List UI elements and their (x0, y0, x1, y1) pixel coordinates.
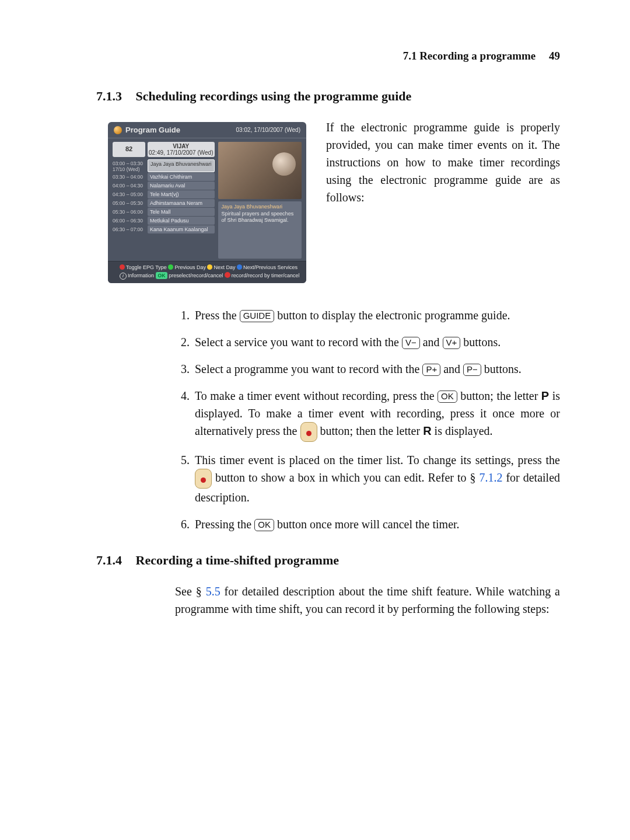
programme-description: Jaya Jaya Bhuvaneshwari Spiritual prayer… (218, 201, 302, 259)
channel-number: 82 (113, 142, 145, 157)
ref-7-1-2-link[interactable]: 7.1.2 (479, 471, 502, 484)
epg-time: 06:00 – 06:30 (113, 217, 145, 225)
epg-programme: Tele Mart(vj) (148, 190, 215, 198)
header-page-number: 49 (549, 50, 560, 62)
manual-page: 7.1 Recording a programme 49 7.1.3 Sched… (0, 0, 630, 840)
yellow-dot-icon (207, 264, 212, 270)
epg-time: 04:30 – 05:00 (113, 190, 145, 198)
step-1: Press the GUIDE button to display the el… (192, 306, 560, 324)
blue-dot-icon (237, 264, 242, 270)
section-number: 7.1.4 (96, 553, 132, 568)
epg-titlebar: Program Guide 03:02, 17/10/2007 (Wed) (108, 122, 306, 138)
info-icon: i (120, 273, 127, 280)
epg-row: 06:00 – 06:30Metlukal Padusu (113, 217, 215, 225)
record-button-icon (195, 469, 212, 489)
section-number: 7.1.3 (96, 89, 132, 104)
epg-time: 03:30 – 04:00 (113, 173, 145, 181)
epg-time: 06:30 – 07:00 (113, 225, 145, 233)
epg-screenshot: Program Guide 03:02, 17/10/2007 (Wed) 82… (108, 122, 312, 283)
step-3: Select a programme you want to record wi… (192, 360, 560, 378)
p-plus-key: P+ (422, 364, 440, 376)
epg-programme: Nalamariu Aval (148, 182, 215, 190)
ok-pill: OK (156, 272, 168, 280)
epg-footer: Toggle EPG Type Previous Day Next Day Ne… (108, 261, 306, 283)
epg-clock: 03:02, 17/10/2007 (Wed) (236, 127, 300, 133)
section-7-1-4-heading: 7.1.4 Recording a time-shifted programme (96, 553, 560, 568)
ok-key: OK (438, 391, 457, 403)
record-button-icon (300, 422, 317, 442)
section-title: Scheduling recordings using the programm… (136, 89, 412, 103)
program-guide-window: Program Guide 03:02, 17/10/2007 (Wed) 82… (108, 122, 306, 283)
page-header: 7.1 Recording a programme 49 (96, 50, 560, 62)
red-dot-icon (120, 264, 125, 270)
section-title: Recording a time-shifted programme (136, 553, 339, 567)
epg-row: 05:00 – 05:30Adhirstamaana Neram (113, 199, 215, 207)
epg-row: 04:00 – 04:30Nalamariu Aval (113, 182, 215, 190)
epg-row: 04:30 – 05:00Tele Mart(vj) (113, 190, 215, 198)
steps-list: Press the GUIDE button to display the el… (175, 306, 560, 533)
step-4: To make a timer event without recording,… (192, 387, 560, 442)
header-section: 7.1 Recording a programme (403, 50, 536, 62)
epg-row: 06:30 – 07:00Kana Kaanum Kaalangal (113, 225, 215, 233)
epg-time: 05:00 – 05:30 (113, 199, 145, 207)
epg-right-pane: Jaya Jaya Bhuvaneshwari Spiritual prayer… (218, 142, 302, 259)
epg-programme: Tele Mall (148, 208, 215, 216)
p-minus-key: P− (463, 364, 481, 376)
section-7-1-3-heading: 7.1.3 Scheduling recordings using the pr… (96, 89, 560, 104)
letter-p: P (541, 389, 549, 402)
epg-programme: Adhirstamaana Neram (148, 199, 215, 207)
epg-programme: Jaya Jaya Bhuvaneshwari (148, 159, 215, 172)
epg-body: 82 VIJAY 02:49, 17/10/2007 (Wed) 03:00 –… (108, 138, 306, 261)
epg-time: 03:00 – 03:3017/10 (Wed) (113, 159, 145, 172)
epg-row: 03:30 – 04:00Vazhkai Chithiram (113, 173, 215, 181)
epg-row: 03:00 – 03:3017/10 (Wed)Jaya Jaya Bhuvan… (113, 159, 215, 172)
step-6: Pressing the OK button once more will ca… (192, 515, 560, 533)
step-5: This timer event is placed on the timer … (192, 451, 560, 506)
letter-r: R (423, 424, 431, 437)
epg-schedule: 82 VIJAY 02:49, 17/10/2007 (Wed) 03:00 –… (113, 142, 215, 259)
preview-thumbnail (218, 142, 302, 199)
step-2: Select a service you want to record with… (192, 333, 560, 351)
ref-5-5-link[interactable]: 5.5 (206, 585, 220, 598)
v-minus-key: V− (402, 337, 420, 349)
app-icon (114, 126, 122, 134)
record-dot-icon (225, 272, 230, 278)
epg-programme: Kana Kaanum Kaalangal (148, 225, 215, 233)
epg-row: 05:30 – 06:00Tele Mall (113, 208, 215, 216)
v-plus-key: V+ (443, 337, 461, 349)
green-dot-icon (168, 264, 173, 270)
epg-time: 04:00 – 04:30 (113, 182, 145, 190)
epg-programme: Vazhkai Chithiram (148, 173, 215, 181)
channel-name-box: VIJAY 02:49, 17/10/2007 (Wed) (148, 142, 215, 157)
epg-time: 05:30 – 06:00 (113, 208, 145, 216)
guide-key: GUIDE (240, 310, 275, 322)
ok-key: OK (254, 519, 274, 531)
section-7-1-4-body: See § 5.5 for detailed description about… (175, 583, 560, 618)
epg-title: Program Guide (114, 126, 180, 134)
epg-programme: Metlukal Padusu (148, 217, 215, 225)
